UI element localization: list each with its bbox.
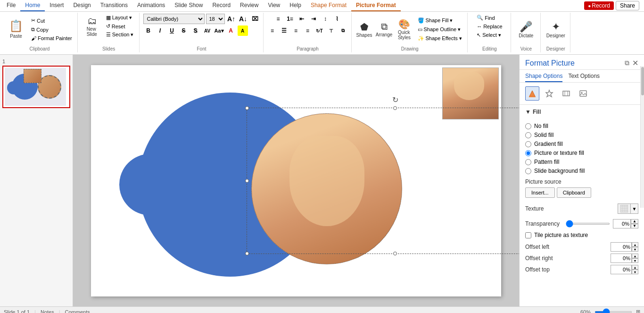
align-left-button[interactable]: ≡ (267, 25, 278, 36)
designer-button[interactable]: ✦ Designer (545, 15, 567, 43)
shadow-button[interactable]: S (190, 25, 201, 36)
format-painter-button[interactable]: 🖌Format Painter (29, 34, 74, 42)
offset-left-up[interactable]: ▲ (632, 242, 638, 247)
font-size-select[interactable]: 18 (206, 14, 225, 24)
smart-art-button[interactable]: ⧉ (338, 25, 348, 36)
copy-button[interactable]: ⧉Copy (29, 25, 74, 34)
shapes-button[interactable]: ⬟ Shapes (355, 17, 373, 41)
tab-insert[interactable]: Insert (45, 0, 68, 11)
clipboard-button[interactable]: Clipboard (557, 187, 591, 198)
fit-button[interactable]: ⊞ (636, 309, 640, 313)
texture-picker-btn[interactable] (618, 203, 631, 214)
select-button[interactable]: ↖Select ▾ (474, 31, 504, 39)
format-scrollbar[interactable] (640, 66, 644, 208)
align-right-button[interactable]: ≡ (291, 25, 301, 36)
offset-left-down[interactable]: ▼ (632, 247, 638, 252)
tab-file[interactable]: File (2, 0, 20, 11)
underline-button[interactable]: U (167, 25, 177, 36)
offset-right-up[interactable]: ▲ (632, 254, 638, 258)
notes-button[interactable]: Notes (41, 309, 54, 313)
transparency-spin-up[interactable]: ▲ (631, 219, 638, 224)
bold-button[interactable]: B (143, 25, 154, 36)
bullets-button[interactable]: ≡ (273, 14, 283, 24)
paste-button[interactable]: 📋 Paste (5, 15, 27, 43)
picture-icon-btn[interactable] (576, 86, 590, 101)
fill-section-header[interactable]: ▼ Fill (525, 109, 638, 115)
slide-bg-fill-radio[interactable] (525, 168, 531, 174)
gradient-fill-radio[interactable] (525, 141, 531, 147)
format-scroll[interactable]: ▼ Fill No fill Solid fill Gradient fill (520, 105, 644, 306)
layout-button[interactable]: ▦Layout ▾ (104, 14, 136, 22)
increase-font-button[interactable]: A↑ (226, 14, 237, 24)
tab-record[interactable]: Record (207, 0, 235, 11)
strikethrough-button[interactable]: S (179, 25, 189, 36)
quick-styles-button[interactable]: 🎨 QuickStyles (395, 17, 414, 41)
tile-checkbox[interactable] (525, 232, 531, 238)
handle-tm[interactable] (393, 106, 397, 110)
format-panel-expand[interactable]: ⧉ (625, 59, 629, 67)
tab-slideshow[interactable]: Slide Show (170, 0, 207, 11)
columns-button[interactable]: ⌇ (332, 14, 342, 24)
insert-button[interactable]: Insert... (525, 187, 555, 198)
tab-transitions[interactable]: Transitions (96, 0, 132, 11)
offset-right-input[interactable] (611, 254, 632, 263)
offset-left-input[interactable] (611, 242, 632, 252)
align-text-button[interactable]: ⊤ (326, 25, 337, 36)
shape-fill-button[interactable]: 🪣Shape Fill ▾ (415, 17, 464, 25)
zoom-slider[interactable] (594, 311, 632, 313)
tab-review[interactable]: Review (235, 0, 263, 11)
highlight-button[interactable]: A (238, 25, 248, 36)
picture-fill-radio[interactable] (525, 150, 531, 156)
cut-button[interactable]: ✂Cut (29, 17, 74, 25)
slide-thumbnail[interactable] (2, 66, 70, 108)
replace-button[interactable]: ↔Replace (474, 23, 504, 30)
numbering-button[interactable]: 1≡ (285, 14, 295, 24)
shape-outline-button[interactable]: ▭Shape Outline ▾ (415, 25, 464, 34)
increase-indent-button[interactable]: ⇥ (308, 14, 319, 24)
reset-button[interactable]: ↺Reset (104, 22, 136, 30)
format-scrollbar-thumb[interactable] (641, 67, 644, 95)
effects-icon-btn[interactable] (542, 86, 556, 101)
format-panel-close[interactable]: ✕ (632, 59, 638, 68)
line-spacing-button[interactable]: ↕ (320, 14, 330, 24)
tab-view[interactable]: View (263, 0, 285, 11)
tab-shape-format[interactable]: Shape Format (306, 0, 351, 11)
record-button-top[interactable]: ● Record (584, 1, 614, 10)
offset-top-input[interactable] (611, 265, 632, 274)
tab-help[interactable]: Help (285, 0, 306, 11)
share-button[interactable]: Share (616, 1, 639, 10)
shape-small-circle[interactable] (119, 154, 181, 215)
format-tab-shape[interactable]: Shape Options (525, 73, 562, 82)
transparency-slider[interactable] (566, 223, 610, 225)
photo-thumbnail[interactable] (442, 68, 499, 119)
no-fill-radio[interactable] (525, 123, 531, 129)
clear-format-button[interactable]: ⌧ (250, 14, 260, 24)
rotate-handle[interactable]: ↻ (391, 96, 399, 104)
texture-dropdown-btn[interactable]: ▼ (631, 203, 638, 214)
tab-picture-format[interactable]: Picture Format (351, 0, 401, 11)
layout-size-icon-btn[interactable] (559, 86, 573, 101)
arrange-button[interactable]: ⧉ Arrange (375, 17, 394, 41)
offset-top-down[interactable]: ▼ (632, 270, 638, 274)
text-direction-button[interactable]: ↻T (314, 25, 325, 36)
format-tab-text[interactable]: Text Options (568, 73, 600, 82)
offset-top-up[interactable]: ▲ (632, 265, 638, 270)
comments-button[interactable]: Comments (65, 309, 90, 313)
char-spacing-button[interactable]: AV (202, 25, 213, 36)
pattern-fill-radio[interactable] (525, 159, 531, 165)
change-case-button[interactable]: Aa▾ (214, 25, 224, 36)
tab-animations[interactable]: Animations (132, 0, 170, 11)
offset-right-down[interactable]: ▼ (632, 258, 638, 263)
shape-photo-circle[interactable] (251, 113, 402, 264)
find-button[interactable]: 🔍Find (474, 14, 497, 22)
shape-effects-button[interactable]: ✨Shape Effects ▾ (415, 34, 464, 42)
section-button[interactable]: ☰Section ▾ (104, 31, 136, 39)
fill-effects-icon-btn[interactable] (525, 86, 539, 101)
new-slide-button[interactable]: 🗂 NewSlide (82, 14, 102, 39)
solid-fill-radio[interactable] (525, 132, 531, 138)
dictate-button[interactable]: 🎤 Dictate (515, 15, 537, 43)
tab-design[interactable]: Design (68, 0, 95, 11)
align-center-button[interactable]: ☰ (279, 25, 289, 36)
slide-canvas[interactable]: ↻ (91, 65, 501, 296)
justify-button[interactable]: ≡ (303, 25, 313, 36)
